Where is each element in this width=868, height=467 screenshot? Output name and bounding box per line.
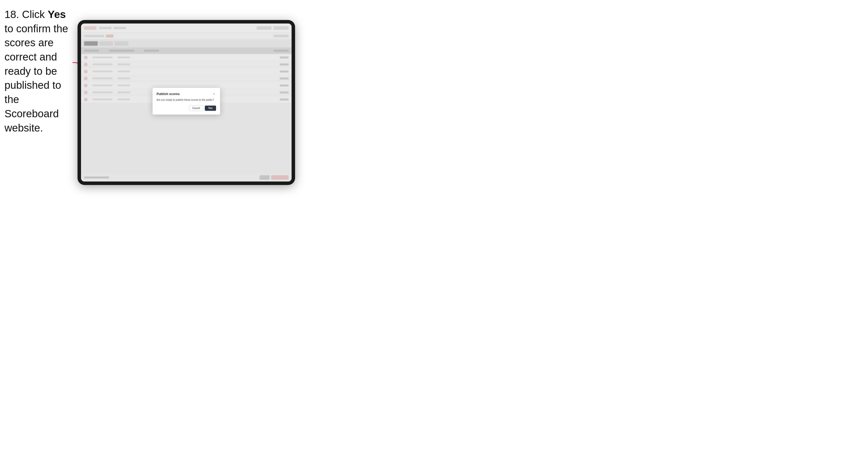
step-number: 18. — [4, 8, 19, 20]
cancel-button[interactable]: Cancel — [189, 105, 203, 111]
tablet-device: 1 2 3 4 — [78, 20, 295, 185]
modal-title: Publish scores — [157, 92, 180, 96]
modal-header: Publish scores × — [157, 92, 216, 96]
modal-body-text: Are you ready to publish these scores to… — [157, 98, 216, 102]
tablet-screen: 1 2 3 4 — [81, 24, 291, 182]
bold-yes: Yes — [48, 8, 66, 20]
instruction-text: 18. Click Yes to confirm the scores are … — [4, 7, 74, 135]
publish-scores-modal: Publish scores × Are you ready to publis… — [153, 88, 220, 115]
yes-button[interactable]: Yes — [205, 105, 216, 111]
modal-footer: Cancel Yes — [157, 105, 216, 111]
modal-close-button[interactable]: × — [212, 92, 216, 96]
